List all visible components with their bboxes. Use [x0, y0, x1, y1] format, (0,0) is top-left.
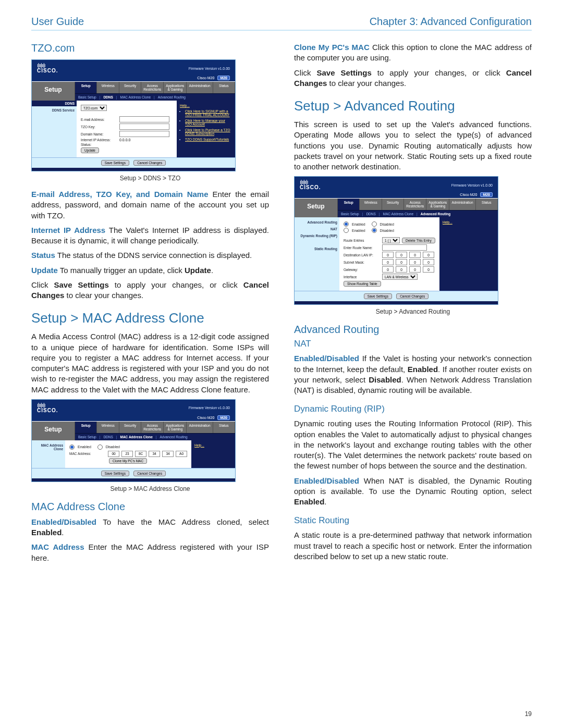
update-button[interactable]: Update [81, 147, 99, 153]
tab-apps[interactable]: Applications & Gaming [164, 422, 187, 433]
nat-label: NAT [294, 339, 532, 349]
help-item[interactable]: Click Here to Manage your TZO Account [185, 119, 232, 126]
page-header: User Guide Chapter 3: Advanced Configura… [31, 16, 532, 31]
tab-apps[interactable]: Applications & Gaming [164, 82, 187, 93]
adv-intro: This screen is used to set up the Valet'… [294, 119, 532, 172]
firmware-label: Firmware Version v1.0.00 [189, 67, 230, 70]
lbl-email: E-mail Address: [81, 118, 117, 121]
para-status: Status The status of the DDNS service co… [31, 250, 269, 261]
group-ddns: DDNS [32, 101, 77, 106]
rip-para1: Dynamic routing uses the Routing Informa… [294, 418, 532, 471]
static-label: Static Routing [294, 515, 532, 526]
tab-access[interactable]: Access Restrictions [141, 422, 164, 433]
help-item[interactable]: Click Here to Purchase a TZO DDNS Subscr… [185, 128, 232, 135]
tab-setup[interactable]: Setup [75, 82, 97, 93]
help-link[interactable]: Help... [180, 104, 232, 107]
screenshot-mac-clone: ı|ıı|ıı|ıCISCO. Firmware Version v1.0.00… [31, 399, 236, 482]
nat-para: Enabled/Disabled If the Valet is hosting… [294, 353, 532, 396]
help-link[interactable]: Help... [443, 220, 495, 224]
tab-security[interactable]: Security [119, 422, 141, 433]
tab-admin[interactable]: Administration [187, 82, 213, 93]
cisco-logo: ı|ıı|ıı|ı CISCO. [37, 63, 58, 73]
nat-enabled[interactable] [344, 221, 349, 227]
mac-2[interactable] [135, 451, 146, 457]
delete-entry-button[interactable]: Delete This Entry [402, 238, 435, 243]
document-page: User Guide Chapter 3: Advanced Configura… [0, 0, 563, 728]
screenshot-advanced-routing: ı|ıı|ıı|ıCISCO. Firmware Version v1.0.00… [294, 176, 498, 305]
caption-shot2: Setup > MAC Address Clone [31, 485, 269, 492]
mac-sub: MAC Address Clone [31, 501, 269, 513]
rip-label: Dynamic Routing (RIP) [294, 404, 532, 414]
save-para: Click Save Settings to apply your change… [294, 68, 532, 89]
subtab-basic[interactable]: Basic Setup [78, 95, 96, 99]
iface-select[interactable]: LAN & Wireless [382, 274, 418, 280]
mac-p2: MAC Address Enter the MAC Address regist… [31, 542, 269, 563]
mac-5[interactable] [176, 451, 187, 457]
help-item[interactable]: Click Here to SIGNUP with a TZO FREE TRI… [185, 109, 232, 117]
clone-mac-para: Clone My PC's MAC Click this option to c… [294, 42, 532, 64]
firmware-label: Firmware Version v1.0.00 [189, 406, 230, 410]
lbl-status: Status: [81, 143, 117, 146]
ip-value: 0.0.0.0 [119, 138, 130, 142]
para-save: Click Save Settings to apply your change… [31, 280, 269, 301]
tzokey-field[interactable] [119, 124, 169, 130]
header-right: Chapter 3: Advanced Configuration [370, 16, 532, 28]
clone-mac-button[interactable]: Clone My PC's MAC [109, 458, 147, 464]
tab-status[interactable]: Status [213, 422, 235, 433]
route-name[interactable] [382, 244, 427, 251]
adv-heading: Setup > Advanced Routing [294, 98, 532, 114]
model-badge: M20 [217, 76, 230, 80]
show-routing-table-button[interactable]: Show Routing Table [344, 281, 381, 287]
radio-disabled[interactable] [97, 445, 103, 450]
rip-disabled[interactable] [372, 228, 377, 233]
email-field[interactable] [119, 116, 169, 122]
tab-admin[interactable]: Administration [187, 422, 213, 433]
help-item[interactable]: TZO DDNS Support/Tutorials [185, 138, 232, 141]
lbl-ip: Internet IP Address: [81, 138, 117, 142]
subtab-mac[interactable]: MAC Address Clone [120, 95, 151, 99]
help-link[interactable]: Help... [194, 443, 232, 447]
tab-wireless[interactable]: Wireless [97, 82, 119, 93]
page-number: 19 [525, 710, 532, 718]
nat-disabled[interactable] [372, 221, 377, 227]
caption-shot1: Setup > DDNS > TZO [31, 175, 269, 182]
subtab-adv[interactable]: Advanced Routing [158, 95, 186, 99]
right-column: Clone My PC's MAC Click this option to c… [294, 38, 532, 567]
radio-enabled[interactable] [69, 445, 75, 450]
group-ddns-service: DDNS Service [34, 108, 75, 112]
cancel-button[interactable]: Cancel Changes [133, 471, 166, 476]
rip-enabled[interactable] [344, 228, 349, 233]
caption-shot3: Setup > Advanced Routing [294, 308, 532, 315]
tab-access[interactable]: Access Restrictions [141, 82, 164, 93]
mac-p1: Enabled/Disabled To have the MAC Address… [31, 517, 269, 538]
para-update: Update To manually trigger an update, cl… [31, 265, 269, 276]
route-select[interactable]: 1 ( ) [382, 237, 400, 243]
lbl-tzokey: TZO Key: [81, 125, 117, 129]
save-button[interactable]: Save Settings [101, 471, 129, 476]
subtab-ddns[interactable]: DDNS [103, 95, 113, 99]
ddns-service-select[interactable]: TZO.com [81, 105, 107, 111]
mac-4[interactable] [162, 451, 174, 457]
cancel-button[interactable]: Cancel Changes [133, 160, 166, 166]
tab-wireless[interactable]: Wireless [97, 422, 119, 433]
mac-0[interactable] [108, 451, 119, 457]
lbl-domain: Domain Name: [81, 132, 117, 136]
static-para: A static route is a pre-determined pathw… [294, 530, 532, 562]
group-mac: MAC Address Clone [34, 443, 63, 451]
para-ip: Internet IP Address The Valet's Internet… [31, 225, 269, 246]
nav-section: Setup [32, 82, 75, 101]
mac-heading: Setup > MAC Address Clone [31, 310, 269, 326]
mac-1[interactable] [121, 451, 133, 457]
tab-security[interactable]: Security [119, 82, 141, 93]
mac-3[interactable] [149, 451, 160, 457]
para-email: E-mail Address, TZO Key, and Domain Name… [31, 189, 269, 221]
rip-para2: Enabled/Disabled When NAT is disabled, t… [294, 476, 532, 508]
domain-field[interactable] [119, 131, 169, 137]
header-left: User Guide [31, 16, 84, 28]
tab-status[interactable]: Status [213, 82, 235, 93]
save-button[interactable]: Save Settings [101, 160, 129, 166]
mac-intro: A Media Access Control (MAC) address is … [31, 331, 269, 395]
cancel-button[interactable]: Cancel Changes [396, 293, 429, 299]
tab-setup[interactable]: Setup [75, 422, 97, 433]
save-button[interactable]: Save Settings [364, 293, 392, 299]
